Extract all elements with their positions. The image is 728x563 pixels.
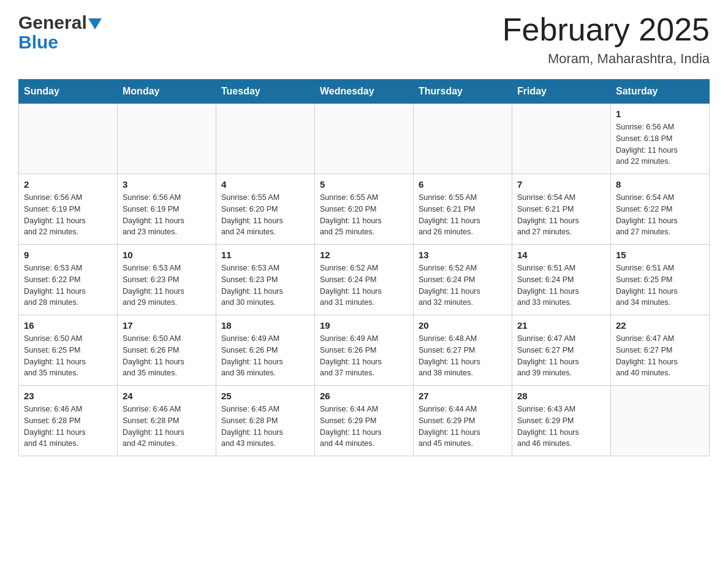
calendar-title: February 2025 bbox=[502, 12, 710, 47]
day-cell bbox=[611, 386, 710, 456]
day-header-friday: Friday bbox=[512, 80, 611, 104]
day-cell: 5Sunrise: 6:55 AMSunset: 6:20 PMDaylight… bbox=[315, 174, 414, 245]
day-info: Sunrise: 6:49 AMSunset: 6:26 PMDaylight:… bbox=[320, 333, 408, 379]
day-info: Sunrise: 6:53 AMSunset: 6:22 PMDaylight:… bbox=[24, 262, 112, 308]
day-header-wednesday: Wednesday bbox=[315, 80, 414, 104]
day-number: 1 bbox=[616, 109, 704, 119]
day-number: 11 bbox=[221, 250, 309, 260]
day-cell: 2Sunrise: 6:56 AMSunset: 6:19 PMDaylight… bbox=[19, 174, 118, 245]
day-info: Sunrise: 6:44 AMSunset: 6:29 PMDaylight:… bbox=[320, 404, 408, 450]
day-cell: 4Sunrise: 6:55 AMSunset: 6:20 PMDaylight… bbox=[216, 174, 315, 245]
day-info: Sunrise: 6:56 AMSunset: 6:18 PMDaylight:… bbox=[616, 121, 704, 167]
day-header-tuesday: Tuesday bbox=[216, 80, 315, 104]
logo-triangle-icon bbox=[88, 18, 102, 29]
day-header-saturday: Saturday bbox=[611, 80, 710, 104]
day-number: 22 bbox=[616, 320, 704, 331]
day-number: 5 bbox=[320, 179, 408, 190]
day-cell: 21Sunrise: 6:47 AMSunset: 6:27 PMDayligh… bbox=[512, 315, 611, 386]
day-cell: 9Sunrise: 6:53 AMSunset: 6:22 PMDaylight… bbox=[19, 245, 118, 315]
day-cell: 22Sunrise: 6:47 AMSunset: 6:27 PMDayligh… bbox=[611, 315, 710, 386]
day-cell: 27Sunrise: 6:44 AMSunset: 6:29 PMDayligh… bbox=[414, 386, 512, 456]
day-info: Sunrise: 6:44 AMSunset: 6:29 PMDaylight:… bbox=[419, 404, 507, 450]
day-header-monday: Monday bbox=[118, 80, 216, 104]
day-number: 16 bbox=[24, 320, 112, 331]
day-cell: 24Sunrise: 6:46 AMSunset: 6:28 PMDayligh… bbox=[118, 386, 216, 456]
day-info: Sunrise: 6:51 AMSunset: 6:24 PMDaylight:… bbox=[517, 262, 605, 308]
day-number: 4 bbox=[221, 179, 309, 190]
day-number: 12 bbox=[320, 250, 408, 260]
header-row: SundayMondayTuesdayWednesdayThursdayFrid… bbox=[19, 80, 710, 104]
day-cell: 10Sunrise: 6:53 AMSunset: 6:23 PMDayligh… bbox=[118, 245, 216, 315]
day-info: Sunrise: 6:55 AMSunset: 6:21 PMDaylight:… bbox=[419, 192, 507, 238]
day-number: 6 bbox=[419, 179, 507, 190]
day-number: 24 bbox=[123, 391, 211, 401]
day-info: Sunrise: 6:54 AMSunset: 6:22 PMDaylight:… bbox=[616, 192, 704, 238]
day-info: Sunrise: 6:49 AMSunset: 6:26 PMDaylight:… bbox=[221, 333, 309, 379]
day-header-sunday: Sunday bbox=[19, 80, 118, 104]
day-cell: 1Sunrise: 6:56 AMSunset: 6:18 PMDaylight… bbox=[611, 104, 710, 174]
day-cell: 18Sunrise: 6:49 AMSunset: 6:26 PMDayligh… bbox=[216, 315, 315, 386]
day-info: Sunrise: 6:51 AMSunset: 6:25 PMDaylight:… bbox=[616, 262, 704, 308]
day-info: Sunrise: 6:55 AMSunset: 6:20 PMDaylight:… bbox=[320, 192, 408, 238]
day-cell: 19Sunrise: 6:49 AMSunset: 6:26 PMDayligh… bbox=[315, 315, 414, 386]
day-info: Sunrise: 6:56 AMSunset: 6:19 PMDaylight:… bbox=[123, 192, 211, 238]
day-number: 21 bbox=[517, 320, 605, 331]
day-info: Sunrise: 6:52 AMSunset: 6:24 PMDaylight:… bbox=[419, 262, 507, 308]
day-cell: 23Sunrise: 6:46 AMSunset: 6:28 PMDayligh… bbox=[19, 386, 118, 456]
day-info: Sunrise: 6:56 AMSunset: 6:19 PMDaylight:… bbox=[24, 192, 112, 238]
day-cell bbox=[414, 104, 512, 174]
day-cell: 15Sunrise: 6:51 AMSunset: 6:25 PMDayligh… bbox=[611, 245, 710, 315]
calendar-subtitle: Moram, Maharashtra, India bbox=[502, 51, 710, 67]
day-number: 8 bbox=[616, 179, 704, 190]
day-number: 20 bbox=[419, 320, 507, 331]
day-cell: 7Sunrise: 6:54 AMSunset: 6:21 PMDaylight… bbox=[512, 174, 611, 245]
day-cell bbox=[512, 104, 611, 174]
day-info: Sunrise: 6:55 AMSunset: 6:20 PMDaylight:… bbox=[221, 192, 309, 238]
week-row-4: 16Sunrise: 6:50 AMSunset: 6:25 PMDayligh… bbox=[19, 315, 710, 386]
day-info: Sunrise: 6:45 AMSunset: 6:28 PMDaylight:… bbox=[221, 404, 309, 450]
day-cell: 20Sunrise: 6:48 AMSunset: 6:27 PMDayligh… bbox=[414, 315, 512, 386]
day-cell: 17Sunrise: 6:50 AMSunset: 6:26 PMDayligh… bbox=[118, 315, 216, 386]
day-number: 28 bbox=[517, 391, 605, 401]
day-number: 15 bbox=[616, 250, 704, 260]
day-info: Sunrise: 6:53 AMSunset: 6:23 PMDaylight:… bbox=[123, 262, 211, 308]
day-cell: 26Sunrise: 6:44 AMSunset: 6:29 PMDayligh… bbox=[315, 386, 414, 456]
day-cell bbox=[19, 104, 118, 174]
logo-blue-text: Blue bbox=[18, 33, 58, 52]
day-number: 10 bbox=[123, 250, 211, 260]
day-info: Sunrise: 6:50 AMSunset: 6:25 PMDaylight:… bbox=[24, 333, 112, 379]
day-number: 23 bbox=[24, 391, 112, 401]
day-number: 17 bbox=[123, 320, 211, 331]
day-cell bbox=[216, 104, 315, 174]
day-cell: 12Sunrise: 6:52 AMSunset: 6:24 PMDayligh… bbox=[315, 245, 414, 315]
logo-general-text: General bbox=[18, 12, 87, 33]
day-number: 14 bbox=[517, 250, 605, 260]
day-cell: 6Sunrise: 6:55 AMSunset: 6:21 PMDaylight… bbox=[414, 174, 512, 245]
day-header-thursday: Thursday bbox=[414, 80, 512, 104]
week-row-5: 23Sunrise: 6:46 AMSunset: 6:28 PMDayligh… bbox=[19, 386, 710, 456]
day-number: 27 bbox=[419, 391, 507, 401]
day-cell: 16Sunrise: 6:50 AMSunset: 6:25 PMDayligh… bbox=[19, 315, 118, 386]
day-info: Sunrise: 6:54 AMSunset: 6:21 PMDaylight:… bbox=[517, 192, 605, 238]
week-row-3: 9Sunrise: 6:53 AMSunset: 6:22 PMDaylight… bbox=[19, 245, 710, 315]
day-info: Sunrise: 6:43 AMSunset: 6:29 PMDaylight:… bbox=[517, 404, 605, 450]
week-row-1: 1Sunrise: 6:56 AMSunset: 6:18 PMDaylight… bbox=[19, 104, 710, 174]
day-cell: 13Sunrise: 6:52 AMSunset: 6:24 PMDayligh… bbox=[414, 245, 512, 315]
day-info: Sunrise: 6:47 AMSunset: 6:27 PMDaylight:… bbox=[517, 333, 605, 379]
day-cell bbox=[118, 104, 216, 174]
day-number: 7 bbox=[517, 179, 605, 190]
calendar-table: SundayMondayTuesdayWednesdayThursdayFrid… bbox=[18, 79, 710, 456]
day-number: 13 bbox=[419, 250, 507, 260]
day-number: 2 bbox=[24, 179, 112, 190]
day-cell: 11Sunrise: 6:53 AMSunset: 6:23 PMDayligh… bbox=[216, 245, 315, 315]
title-block: February 2025 Moram, Maharashtra, India bbox=[502, 12, 710, 67]
day-info: Sunrise: 6:50 AMSunset: 6:26 PMDaylight:… bbox=[123, 333, 211, 379]
day-number: 18 bbox=[221, 320, 309, 331]
day-number: 26 bbox=[320, 391, 408, 401]
day-cell: 25Sunrise: 6:45 AMSunset: 6:28 PMDayligh… bbox=[216, 386, 315, 456]
day-info: Sunrise: 6:46 AMSunset: 6:28 PMDaylight:… bbox=[24, 404, 112, 450]
page-header: General Blue February 2025 Moram, Mahara… bbox=[18, 12, 710, 67]
day-number: 3 bbox=[123, 179, 211, 190]
day-info: Sunrise: 6:46 AMSunset: 6:28 PMDaylight:… bbox=[123, 404, 211, 450]
day-info: Sunrise: 6:47 AMSunset: 6:27 PMDaylight:… bbox=[616, 333, 704, 379]
